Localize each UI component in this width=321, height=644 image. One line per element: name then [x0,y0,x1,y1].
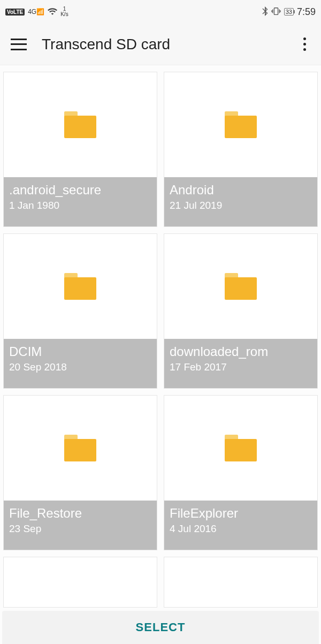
folder-name: DCIM [9,344,151,359]
folder-icon [64,435,96,461]
folder-item[interactable]: Android 21 Jul 2019 [164,72,318,227]
folder-icon [225,273,257,300]
vibrate-icon [271,6,281,18]
folder-name: Android [170,183,312,198]
folder-name: downloaded_rom [170,344,312,359]
network-speed: 1K/s [60,6,68,17]
network-indicator: 4G📶 [28,8,44,16]
app-bar: Transcend SD card [0,24,321,65]
folder-name: File_Restore [9,506,151,521]
folder-item[interactable] [3,557,157,608]
folder-name: .android_secure [9,183,151,198]
folder-icon [225,435,257,461]
folder-date: 4 Jul 2016 [170,523,312,535]
folder-item[interactable]: FileExplorer 4 Jul 2016 [164,395,318,550]
status-bar: VoLTE 4G📶 1K/s 33 7:59 [0,0,321,24]
clock: 7:59 [297,6,316,18]
select-button[interactable]: SELECT [2,611,319,644]
folder-date: 1 Jan 1980 [9,200,151,211]
folder-item[interactable]: .android_secure 1 Jan 1980 [3,72,157,227]
folder-item[interactable]: File_Restore 23 Sep [3,395,157,550]
volte-badge: VoLTE [5,9,25,16]
folder-icon [64,273,96,300]
folder-date: 20 Sep 2018 [9,361,151,373]
svg-rect-0 [274,7,278,14]
wifi-icon [48,7,57,17]
folder-item[interactable] [164,557,318,608]
page-title: Transcend SD card [42,36,299,53]
folder-item[interactable]: DCIM 20 Sep 2018 [3,233,157,389]
battery-icon: 33 [284,8,294,16]
folder-date: 21 Jul 2019 [170,200,312,211]
folder-item[interactable]: downloaded_rom 17 Feb 2017 [164,233,318,389]
folder-icon [64,111,96,138]
folder-icon [225,111,257,138]
folder-name: FileExplorer [170,506,312,521]
folder-grid: .android_secure 1 Jan 1980 Android 21 Ju… [0,65,321,611]
menu-icon[interactable] [11,39,27,50]
bluetooth-icon [262,6,268,18]
folder-date: 17 Feb 2017 [170,361,312,373]
folder-date: 23 Sep [9,523,151,535]
more-options-icon[interactable] [299,33,310,55]
